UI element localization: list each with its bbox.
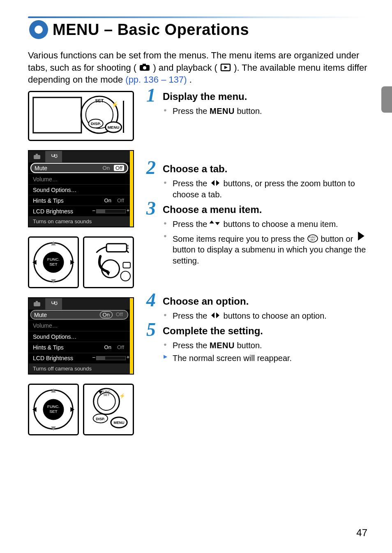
- lcd-tab-setup-2: [46, 298, 62, 310]
- up-down-arrows-icon: [210, 219, 221, 228]
- section-thumb-tab: [381, 86, 392, 113]
- step-3: 3 Choose a menu item. Press the buttons …: [146, 204, 367, 267]
- step-5: 5 Complete the setting. Press the MENU b…: [146, 325, 367, 364]
- svg-text:SET: SET: [103, 393, 109, 397]
- lcd-row-brightness: LCD Brightness: [29, 206, 130, 216]
- svg-rect-15: [34, 155, 40, 159]
- page-number: 47: [356, 527, 367, 539]
- illustration-controls-row-1: FUNC. SET: [28, 236, 134, 288]
- svg-text:⚡: ⚡: [111, 101, 119, 108]
- svg-text:SET: SET: [49, 409, 57, 414]
- page-title-row: MENU – Basic Operations: [28, 19, 367, 40]
- step-3-bullet-1: Press the buttons to choose a menu item.: [173, 218, 367, 230]
- step-3-title: Choose a menu item.: [163, 204, 367, 215]
- step-2-bullet-1: Press the buttons, or press the zoom but…: [173, 177, 367, 201]
- lcd-row-sound-options: Sound Options…: [29, 184, 130, 195]
- illustration-zoom: [83, 236, 134, 288]
- lcd-description-1: Turns on camera sounds: [29, 216, 130, 227]
- svg-text:⚡: ⚡: [119, 393, 125, 399]
- svg-rect-23: [123, 262, 130, 268]
- svg-point-22: [101, 260, 119, 278]
- svg-text:FUNC.: FUNC.: [47, 257, 60, 261]
- playback-icon: [220, 63, 231, 72]
- lcd-row-hints: Hints & TipsOnOff: [29, 195, 130, 206]
- lcd-menu-mute-on: Mute OnOff Volume… Sound Options… Hints …: [28, 297, 134, 375]
- steps-column: 1 Display the menu. Press the MENU butto…: [146, 91, 367, 435]
- step-4-bullet-1: Press the buttons to choose an option.: [173, 310, 367, 322]
- step-3-bullet-2: Some items require you to press the FUNC…: [173, 231, 367, 267]
- step-1-title: Display the menu.: [163, 91, 367, 102]
- illustration-camera-back-1: SET DISP. MENU ⚡: [28, 91, 134, 141]
- step-5-bullet-2: The normal screen will reappear.: [173, 352, 367, 364]
- step-1-bullet-1: Press the MENU button.: [173, 105, 367, 117]
- lcd-row-volume: Volume…: [29, 174, 130, 184]
- svg-text:DISP.: DISP.: [96, 417, 105, 421]
- lcd-row-sound-options-2: Sound Options…: [29, 331, 130, 342]
- lcd-tab-shooting-2: [29, 298, 46, 310]
- step-4: 4 Choose an option. Press the buttons to…: [146, 296, 367, 322]
- lcd-row-mute: Mute OnOff: [30, 163, 128, 173]
- step-4-title: Choose an option.: [163, 296, 367, 307]
- step-5-bullet-1: Press the MENU button.: [173, 339, 367, 352]
- lcd-menu-mute-off: Mute OnOff Volume… Sound Options… Hints …: [28, 150, 134, 227]
- left-right-arrows-icon-2: [210, 311, 221, 320]
- illustration-dpad-2: FUNC. SET: [28, 384, 79, 435]
- svg-text:MENU: MENU: [108, 125, 120, 130]
- lcd-row-brightness-2: LCD Brightness: [29, 353, 130, 363]
- svg-text:DISP.: DISP.: [91, 122, 101, 126]
- intro-paragraph: Various functions can be set from the me…: [28, 49, 367, 86]
- svg-rect-25: [34, 302, 40, 306]
- svg-text:FUNC.: FUNC.: [47, 404, 60, 409]
- func-set-icon: FUNC.SET: [307, 234, 318, 243]
- svg-point-4: [143, 66, 146, 69]
- svg-text:SET: SET: [310, 238, 315, 241]
- lcd-row-hints-2: Hints & TipsOnOff: [29, 342, 130, 352]
- header-gradient-strip: [28, 16, 367, 18]
- svg-text:SET: SET: [95, 98, 104, 103]
- lcd-description-2: Turns off camera sounds: [29, 363, 130, 374]
- step-5-title: Complete the setting.: [163, 325, 367, 337]
- right-arrow-icon: [355, 231, 367, 241]
- step-2-title: Choose a tab.: [163, 163, 367, 175]
- svg-rect-26: [36, 301, 38, 303]
- left-right-arrows-icon: [210, 178, 221, 187]
- svg-text:MENU: MENU: [114, 421, 125, 425]
- svg-point-24: [121, 271, 131, 281]
- lcd-row-volume-2: Volume…: [29, 320, 130, 331]
- illustration-controls-row-2: FUNC. SET FUNC. SET ⚡ DISP.: [28, 384, 134, 435]
- page-reference-link[interactable]: (pp. 136 – 137): [125, 74, 187, 85]
- svg-point-1: [35, 25, 43, 34]
- step-1: 1 Display the menu. Press the MENU butto…: [146, 91, 367, 117]
- step-2: 2 Choose a tab. Press the buttons, or pr…: [146, 163, 367, 201]
- illustration-camera-back-2: FUNC. SET ⚡ DISP. MENU: [83, 384, 134, 435]
- lcd-tab-shooting: [29, 151, 46, 162]
- svg-rect-16: [36, 154, 38, 155]
- svg-text:SET: SET: [49, 262, 57, 266]
- lcd-row-mute-2: Mute OnOff: [30, 310, 128, 319]
- page-title: MENU – Basic Operations: [53, 21, 249, 39]
- lcd-tab-setup: [46, 151, 62, 162]
- svg-rect-21: [106, 244, 127, 252]
- svg-rect-3: [143, 64, 146, 66]
- illustration-dpad-1: FUNC. SET: [28, 236, 79, 288]
- camera-icon: [139, 63, 150, 72]
- title-bullet-icon: [28, 19, 49, 40]
